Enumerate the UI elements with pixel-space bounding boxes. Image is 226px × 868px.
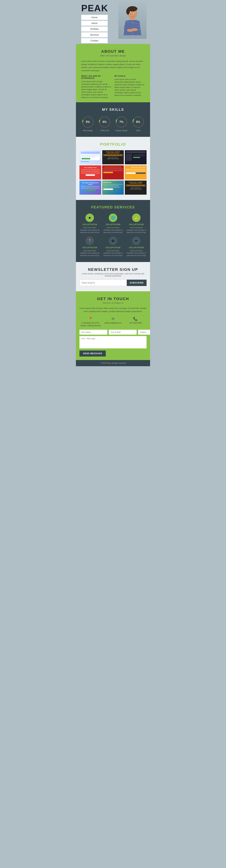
about-title: ABOUT ME <box>81 49 145 54</box>
skill-label-graphic: Graphic Design <box>115 130 128 131</box>
service-item-3: 👍 VOLUPTATEM Nemo enim ipsam voluptatem … <box>126 214 146 234</box>
skill-circle-graphic: 7% <box>115 116 128 128</box>
skill-pct-htmlcss: 6% <box>103 120 107 124</box>
service-name-5: VOLUPTATEM <box>103 247 123 249</box>
about-col2-text: Lorem ipsum dolor sit amet, consectetur … <box>114 78 145 97</box>
service-text-6: Nemo enim ipsam voluptatem quia voluptas… <box>126 250 146 257</box>
nav-about[interactable]: About <box>81 21 108 26</box>
svg-point-7 <box>131 28 138 31</box>
newsletter-title: NEWSLETTER SIGN UP <box>80 267 146 272</box>
email-icon: ✉ <box>102 317 124 321</box>
contact-details: 📍 8, Hindustan No.247-D, Solapur, Solabi… <box>76 317 150 360</box>
skill-htmlcss: 6% HTML/CSS <box>98 116 111 131</box>
about-col1-title: WHAT I DO AND MY EXPERIENCE <box>81 75 112 79</box>
contact-subject-input[interactable] <box>138 330 150 335</box>
svg-point-15 <box>134 14 135 16</box>
nav-portfolio[interactable]: Portfolio <box>81 26 108 32</box>
gear-icon: ⚙ <box>109 237 117 245</box>
service-item-2: 🌐 VOLUPTATEM Nemo enim ipsam voluptatem … <box>103 214 123 234</box>
contact-email-input[interactable] <box>109 330 137 335</box>
svg-point-9 <box>126 8 130 14</box>
contact-address: 📍 8, Hindustan No.247-D, Solapur, Solabi… <box>80 317 102 327</box>
service-item-5: ⚙ VOLUPTATEM Nemo enim ipsam voluptatem … <box>103 237 123 257</box>
svg-point-13 <box>134 13 135 14</box>
header: PEAK Home About Portfolio Services Conta… <box>76 0 150 43</box>
contact-message-input[interactable] <box>80 336 146 348</box>
portfolio-item-5[interactable]: Road Newsletter Form <box>102 165 124 180</box>
contact-section: GET IN TOUCH Feel Free To Contact Us Lor… <box>76 291 150 316</box>
portfolio-title: PORTFOLIO <box>80 142 146 147</box>
skill-circle-htmlcss: 6% <box>98 116 111 128</box>
service-text-5: Nemo enim ipsam voluptatem quia voluptas… <box>103 250 123 257</box>
portfolio-item-8[interactable]: $12.69 /mo <box>102 181 124 195</box>
hero-image <box>118 0 146 39</box>
skill-webdesign: 5% Web Design <box>82 116 94 131</box>
portfolio-item-6[interactable]: Good File Login Form <box>125 165 146 180</box>
skill-pct-webdesign: 5% <box>86 120 90 124</box>
service-text-3: Nemo enim ipsam voluptatem quia voluptas… <box>126 226 146 234</box>
portfolio-item-7[interactable]: The Sign-in Registration Center <box>80 181 101 195</box>
portfolio-item-9[interactable]: ROAD WAY UNDER CONSTRUCTION GET IN TOUCH <box>125 181 146 195</box>
contact-phone: 📞 +021 0000 0000 <box>124 317 146 327</box>
contact-text: Lorem ipsum dolor sit amet, libero turpi… <box>80 307 146 313</box>
portfolio-item-1[interactable]: $12.69 /mo <box>80 150 101 164</box>
contact-name-input[interactable] <box>80 330 107 335</box>
nav-services[interactable]: Services <box>81 32 108 37</box>
about-col-goals: MY GOALS Lorem ipsum dolor sit amet, con… <box>114 75 145 99</box>
skill-uiux: 8% UI/UX <box>132 116 144 131</box>
service-text-4: Nemo enim ipsam voluptatem quia voluptas… <box>80 250 100 257</box>
thumbsup-icon: 👍 <box>132 214 141 222</box>
services-grid: ★ VOLUPTATEM Nemo enim ipsam voluptatem … <box>80 214 146 257</box>
skill-graphic: 7% Graphic Design <box>115 116 128 131</box>
globe-icon: 🌐 <box>109 214 117 222</box>
contact-form-row1 <box>80 330 146 335</box>
contact-info-row: 📍 8, Hindustan No.247-D, Solapur, Solabi… <box>80 317 146 327</box>
about-main-text: Lorem ipsum dolor sit amet, consectetur … <box>81 60 145 72</box>
skills-title: MY SKILLS <box>80 107 146 112</box>
contact-phone-text: +021 0000 0000 <box>124 321 146 324</box>
skill-pct-graphic: 7% <box>119 120 123 124</box>
star-icon: ★ <box>85 214 94 222</box>
newsletter-form: SUBSCRIBE <box>80 280 146 286</box>
nav-home[interactable]: Home <box>81 15 108 20</box>
location-icon: 📍 <box>85 237 94 245</box>
portfolio-section: PORTFOLIO $12.69 /mo ROAD WAY UNDER CONS… <box>76 137 150 200</box>
phone-icon: 📞 <box>124 317 146 321</box>
svg-point-14 <box>130 14 131 16</box>
newsletter-email-input[interactable] <box>80 280 127 286</box>
about-col2-title: MY GOALS <box>114 75 145 77</box>
person-photo <box>118 0 146 39</box>
address-icon: 📍 <box>80 317 102 321</box>
services-section: FEATURED SERVICES ★ VOLUPTATEM Nemo enim… <box>76 200 150 262</box>
contact-address-text: 8, Hindustan No.247-D, Solapur, Solabiya… <box>80 321 102 327</box>
portfolio-item-2[interactable]: ROAD WAY UNDER CONSTRUCTION GET IN TOUCH <box>102 150 124 164</box>
contact-email: ✉ nellhouse@gmail.com <box>102 317 124 327</box>
nav-contact[interactable]: Contact <box>81 38 108 43</box>
newsletter-subscribe-button[interactable]: SUBSCRIBE <box>127 280 146 286</box>
service-item-1: ★ VOLUPTATEM Nemo enim ipsam voluptatem … <box>80 214 100 234</box>
service-item-6: ✏ VOLUPTATEM Nemo enim ipsam voluptatem … <box>126 237 146 257</box>
svg-point-12 <box>130 13 131 14</box>
pencil-icon: ✏ <box>132 237 141 245</box>
contact-subtitle: Feel Free To Contact Us <box>80 302 146 304</box>
contact-title: GET IN TOUCH <box>80 297 146 301</box>
skill-label-uiux: UI/UX <box>132 130 144 131</box>
portfolio-item-3[interactable] <box>125 150 146 164</box>
skills-row: 5% Web Design 6% HTML/CSS 7% <box>80 116 146 131</box>
skills-section: MY SKILLS 5% Web Design 6% HTML/CSS <box>76 102 150 137</box>
newsletter-subtitle: Listset sheets containing Lorem Ipsum pa… <box>80 273 146 277</box>
send-message-button[interactable]: SEND MESSAGE <box>80 350 106 356</box>
about-col-experience: WHAT I DO AND MY EXPERIENCE Lorem ipsum … <box>81 75 112 99</box>
about-section: ABOUT ME Who I am and why I design Lorem… <box>76 44 150 102</box>
newsletter-section: NEWSLETTER SIGN UP Listset sheets contai… <box>76 262 150 291</box>
footer-text: © 2019 Peak. All rights reserved <box>101 362 126 364</box>
services-title: FEATURED SERVICES <box>80 205 146 209</box>
service-name-3: VOLUPTATEM <box>126 223 146 225</box>
skill-pct-uiux: 8% <box>136 120 140 124</box>
portfolio-item-4[interactable]: Free Contact Form <box>80 165 101 180</box>
about-subtitle: Who I am and why I design <box>81 55 145 57</box>
skill-circle-webdesign: 5% <box>82 116 94 128</box>
skill-label-htmlcss: HTML/CSS <box>98 130 111 131</box>
service-item-4: 📍 VOLUPTATEM Nemo enim ipsam voluptatem … <box>80 237 100 257</box>
service-text-1: Nemo enim ipsam voluptatem quia voluptas… <box>80 226 100 234</box>
